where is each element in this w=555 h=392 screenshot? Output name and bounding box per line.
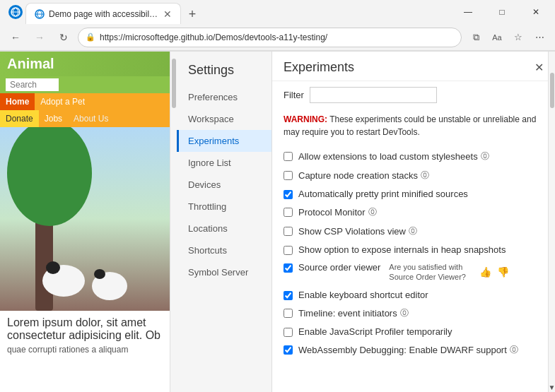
window-controls: — □ ✕ xyxy=(452,1,552,23)
exp-label-heap-snapshots: Show option to expose internals in heap … xyxy=(298,244,506,255)
exp-checkbox-heap-snapshots[interactable] xyxy=(284,246,293,255)
settings-item-locations[interactable]: Locations xyxy=(177,218,271,239)
browser-tab[interactable]: Demo page with accessibility iss ✕ xyxy=(25,3,181,24)
exp-text-source-order: Source order viewer xyxy=(298,262,380,273)
tab-title: Demo page with accessibility iss xyxy=(49,9,159,19)
settings-item-workspace[interactable]: Workspace xyxy=(177,108,271,130)
site-body-text: quae corrupti rationes a aliquam xyxy=(7,345,170,355)
maximize-button[interactable]: □ xyxy=(486,1,518,23)
forward-button[interactable]: → xyxy=(30,28,49,47)
sheep-head-2 xyxy=(94,269,105,279)
exp-info-icon-4[interactable]: ⓪ xyxy=(409,225,417,237)
exp-label-js-profiler: Enable JavaScript Profiler temporarily xyxy=(298,326,452,337)
warning-link: WARNING: xyxy=(284,114,327,124)
exp-checkbox-ext-css[interactable] xyxy=(284,152,293,161)
browser-chrome: Demo page with accessibility iss ✕ + — □… xyxy=(0,0,555,52)
webpage-scroll-thumb xyxy=(172,59,176,108)
experiments-close-button[interactable]: ✕ xyxy=(534,61,544,74)
scroll-down-arrow[interactable]: ▼ xyxy=(549,381,555,392)
close-button[interactable]: ✕ xyxy=(520,1,552,23)
nav-about[interactable]: About Us xyxy=(68,110,114,127)
browser-icon xyxy=(8,5,23,19)
exp-info-icon-1[interactable]: ⓪ xyxy=(421,170,429,182)
exp-text-timeline: Timeline: event initiators xyxy=(298,308,397,319)
tree-top xyxy=(7,127,92,226)
exp-text-keyboard-shortcut: Enable keyboard shortcut editor xyxy=(298,290,428,300)
site-image xyxy=(0,127,177,311)
exp-checkbox-csp-violations[interactable] xyxy=(284,227,293,236)
exp-text-js-profiler: Enable JavaScript Profiler temporarily xyxy=(298,326,452,337)
back-button[interactable]: ← xyxy=(6,28,25,47)
settings-item-shortcuts[interactable]: Shortcuts xyxy=(177,239,271,261)
exp-checkbox-protocol-monitor[interactable] xyxy=(284,208,293,217)
nav-home[interactable]: Home xyxy=(0,93,35,110)
address-bar: ← → ↻ 🔒 https://microsoftedge.github.io/… xyxy=(0,24,555,51)
tab-close-button[interactable]: ✕ xyxy=(163,9,172,19)
nav-donate[interactable]: Donate xyxy=(0,110,39,127)
exp-checkbox-node-creation[interactable] xyxy=(284,171,293,180)
settings-item-experiments[interactable]: Experiments xyxy=(177,130,271,152)
favorites-icon[interactable]: ☆ xyxy=(508,28,528,47)
address-bar-icons: ⧉ Aa ☆ ⋯ xyxy=(466,28,549,47)
feedback-text-source-order: Are you satisfied with Source Order View… xyxy=(389,262,474,283)
new-tab-button[interactable]: + xyxy=(182,4,202,24)
exp-text-heap-snapshots: Show option to expose internals in heap … xyxy=(298,244,506,255)
thumbs-down-button[interactable]: 👎 xyxy=(497,266,509,278)
reload-button[interactable]: ↻ xyxy=(54,28,74,47)
site-search-input[interactable] xyxy=(6,78,59,91)
experiments-scrollbar[interactable]: ▼ xyxy=(548,52,555,392)
settings-item-symbol-server[interactable]: Symbol Server xyxy=(177,261,271,283)
exp-label-webassembly: WebAssembly Debugging: Enable DWARF supp… xyxy=(298,344,518,356)
exp-info-icon-8[interactable]: ⓪ xyxy=(400,307,409,319)
experiment-item-webassembly: WebAssembly Debugging: Enable DWARF supp… xyxy=(284,340,544,360)
more-icon[interactable]: ⋯ xyxy=(530,28,549,47)
exp-info-icon-0[interactable]: ⓪ xyxy=(481,150,489,162)
exp-text-pretty-print: Automatically pretty print minified sour… xyxy=(298,189,468,199)
settings-item-preferences[interactable]: Preferences xyxy=(177,86,271,108)
exp-info-icon-10[interactable]: ⓪ xyxy=(510,344,518,356)
url-text: https://microsoftedge.github.io/Demos/de… xyxy=(100,32,454,42)
read-mode-icon[interactable]: Aa xyxy=(487,28,507,47)
sheep-2 xyxy=(92,272,127,300)
exp-checkbox-js-profiler[interactable] xyxy=(284,328,293,337)
exp-label-protocol-monitor: Protocol Monitor ⓪ xyxy=(298,206,377,218)
experiments-title: Experiments xyxy=(284,60,354,75)
site-text-area: Lorem ipsum dolor, sit amet consectetur … xyxy=(0,311,177,360)
experiments-scroll-thumb xyxy=(550,73,554,108)
warning-box: WARNING: These experiments could be unst… xyxy=(272,109,555,143)
experiments-panel: Experiments ✕ Filter WARNING: These expe… xyxy=(272,52,555,392)
experiment-item-protocol-monitor: Protocol Monitor ⓪ xyxy=(284,203,544,222)
exp-checkbox-source-order[interactable] xyxy=(284,263,293,273)
minimize-button[interactable]: — xyxy=(452,1,484,23)
experiments-header: Experiments ✕ xyxy=(272,52,555,81)
split-screen-icon[interactable]: ⧉ xyxy=(466,28,486,47)
site-header: Animal xyxy=(0,52,177,76)
experiment-item-source-order: Source order viewer Are you satisfied wi… xyxy=(284,259,544,286)
exp-label-source-order: Source order viewer Are you satisfied wi… xyxy=(298,262,509,283)
exp-info-icon-3[interactable]: ⓪ xyxy=(368,206,377,218)
settings-item-throttling[interactable]: Throttling xyxy=(177,196,271,218)
exp-label-pretty-print: Automatically pretty print minified sour… xyxy=(298,189,468,199)
exp-checkbox-keyboard-shortcut[interactable] xyxy=(284,291,293,300)
thumbs-up-button[interactable]: 👍 xyxy=(479,266,491,278)
experiment-item-keyboard-shortcut: Enable keyboard shortcut editor xyxy=(284,286,544,304)
exp-label-csp-violations: Show CSP Violations view ⓪ xyxy=(298,225,417,237)
site-title: Animal xyxy=(7,56,54,71)
filter-input[interactable] xyxy=(310,87,437,103)
experiment-item-node-creation: Capture node creation stacks ⓪ xyxy=(284,166,544,185)
site-nav-row2: Donate Jobs About Us xyxy=(0,110,177,127)
settings-item-ignore-list[interactable]: Ignore List xyxy=(177,152,271,174)
webpage-scrollbar[interactable] xyxy=(170,52,177,392)
exp-checkbox-timeline[interactable] xyxy=(284,309,293,318)
lock-icon: 🔒 xyxy=(86,32,95,42)
filter-label: Filter xyxy=(284,90,304,100)
settings-panel: Settings Preferences Workspace Experimen… xyxy=(177,52,272,392)
url-bar[interactable]: 🔒 https://microsoftedge.github.io/Demos/… xyxy=(78,28,462,47)
exp-text-webassembly: WebAssembly Debugging: Enable DWARF supp… xyxy=(298,345,507,355)
exp-checkbox-webassembly[interactable] xyxy=(284,345,293,355)
nav-adopt[interactable]: Adopt a Pet xyxy=(35,93,90,110)
exp-text-csp-violations: Show CSP Violations view xyxy=(298,226,406,237)
exp-checkbox-pretty-print[interactable] xyxy=(284,190,293,199)
nav-jobs[interactable]: Jobs xyxy=(39,110,68,127)
settings-item-devices[interactable]: Devices xyxy=(177,174,271,196)
